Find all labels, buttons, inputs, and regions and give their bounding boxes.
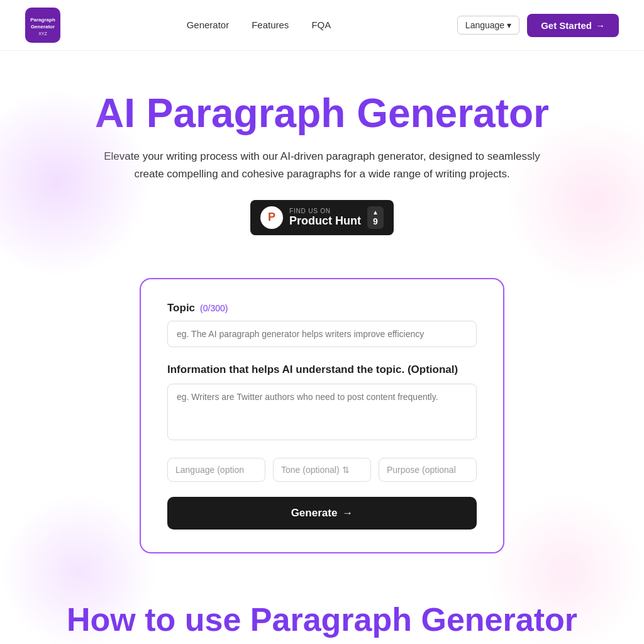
logo[interactable]: Paragraph Generator XYZ	[25, 8, 60, 43]
nav-links: Generator Features FQA	[187, 19, 331, 31]
get-started-button[interactable]: Get Started →	[527, 14, 619, 37]
nav-fqa[interactable]: FQA	[311, 19, 331, 30]
upvote-arrow-icon: ▲	[372, 209, 379, 216]
get-started-label: Get Started	[541, 20, 592, 31]
generate-arrow-icon: →	[342, 507, 353, 519]
info-field-group: Information that helps AI understand the…	[167, 362, 477, 443]
chevron-down-icon: ▾	[507, 20, 511, 30]
page-content: AI Paragraph Generator Elevate your writ…	[0, 51, 644, 644]
tone-select[interactable]: Tone (optional) ⇅	[273, 458, 371, 482]
svg-text:XYZ: XYZ	[38, 31, 47, 36]
generator-form-card: Topic (0/300) Information that helps AI …	[140, 278, 504, 553]
svg-text:Paragraph: Paragraph	[30, 17, 55, 23]
dropdowns-row: Language (option Tone (optional) ⇅ Purpo…	[167, 458, 477, 482]
language-select[interactable]: Language (option	[167, 458, 265, 482]
navbar: Paragraph Generator XYZ Generator Featur…	[0, 0, 644, 51]
topic-input[interactable]	[167, 321, 477, 347]
topic-counter: (0/300)	[200, 303, 228, 313]
topic-label: Topic	[167, 302, 195, 314]
topic-label-row: Topic (0/300)	[167, 302, 477, 314]
product-hunt-name: Product Hunt	[289, 214, 361, 228]
topic-field-group: Topic (0/300)	[167, 302, 477, 347]
product-hunt-badge[interactable]: P FIND US ON Product Hunt ▲ 9	[250, 200, 394, 235]
product-hunt-text: FIND US ON Product Hunt	[289, 208, 361, 228]
generate-button[interactable]: Generate →	[167, 497, 477, 530]
info-textarea[interactable]	[167, 384, 477, 440]
product-hunt-logo: P	[260, 206, 283, 229]
hero-subtitle: Elevate your writing process with our AI…	[102, 148, 542, 182]
bottom-heading-section: How to use Paragraph Generator	[0, 576, 644, 644]
vote-count: 9	[373, 216, 378, 226]
product-hunt-votes: ▲ 9	[367, 206, 384, 229]
nav-generator[interactable]: Generator	[187, 19, 230, 30]
how-to-use-heading: How to use Paragraph Generator	[13, 601, 631, 639]
hero-section: AI Paragraph Generator Elevate your writ…	[0, 51, 644, 255]
svg-text:Generator: Generator	[31, 24, 55, 30]
arrow-right-icon: →	[596, 20, 605, 31]
hero-title: AI Paragraph Generator	[13, 91, 631, 135]
nav-features[interactable]: Features	[252, 19, 289, 30]
language-label: Language	[465, 20, 504, 30]
language-button[interactable]: Language ▾	[457, 16, 519, 35]
generate-label: Generate	[291, 507, 338, 519]
purpose-select[interactable]: Purpose (optional	[379, 458, 477, 482]
product-hunt-find-label: FIND US ON	[289, 208, 331, 214]
info-label: Information that helps AI understand the…	[167, 362, 477, 377]
logo-icon: Paragraph Generator XYZ	[25, 8, 60, 43]
nav-actions: Language ▾ Get Started →	[457, 14, 619, 37]
